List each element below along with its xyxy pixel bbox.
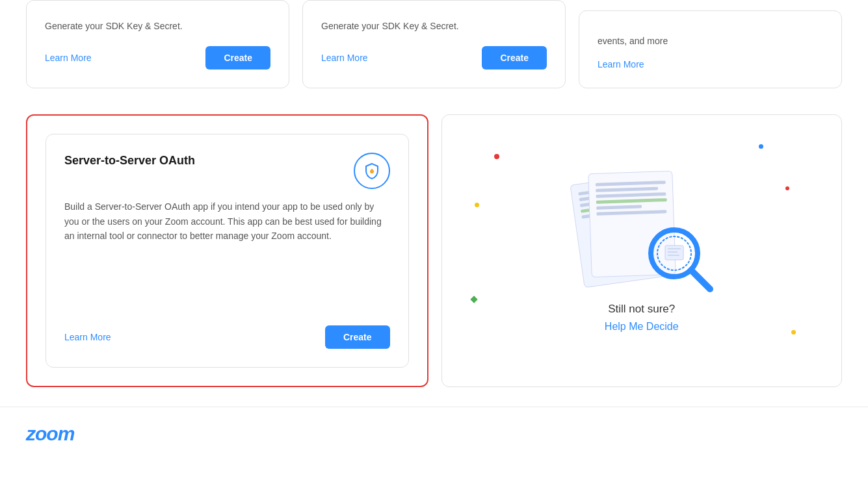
card-top-left: Generate your SDK Key & Secret. Learn Mo… — [26, 0, 289, 88]
bottom-row: Server-to-Server OAuth Build a Server-to… — [0, 101, 868, 387]
card-top-middle: Generate your SDK Key & Secret. Learn Mo… — [302, 0, 566, 88]
learn-more-link-top-middle[interactable]: Learn More — [321, 53, 368, 63]
svg-rect-5 — [665, 246, 683, 260]
card-title: Server-to-Server OAuth — [64, 153, 195, 169]
learn-more-link-main[interactable]: Learn More — [64, 332, 111, 342]
create-button-top-left[interactable]: Create — [205, 46, 270, 70]
sdk-description: Generate your SDK Key & Secret. — [45, 19, 270, 33]
create-button-top-middle[interactable]: Create — [482, 46, 547, 70]
server-to-server-card: Server-to-Server OAuth Build a Server-to… — [26, 114, 428, 387]
shield-icon — [363, 162, 381, 180]
shield-icon-circle — [354, 153, 390, 189]
still-not-sure-text: Still not sure? — [608, 303, 675, 316]
create-button-main[interactable]: Create — [325, 325, 390, 349]
magnifier-icon — [642, 221, 713, 292]
svg-line-4 — [691, 270, 710, 289]
page-container: Generate your SDK Key & Secret. Learn Mo… — [0, 0, 868, 493]
confetti-yellow-1 — [475, 203, 479, 207]
help-me-decide-link[interactable]: Help Me Decide — [605, 321, 679, 333]
illustration — [570, 169, 713, 292]
confetti-green-1 — [470, 296, 477, 303]
zoom-logo: zoom — [26, 423, 74, 445]
card-inner: Server-to-Server OAuth Build a Server-to… — [46, 134, 409, 368]
card-description: Build a Server-to-Server OAuth app if yo… — [64, 199, 390, 299]
svg-point-0 — [370, 170, 374, 173]
help-me-decide-card: Still not sure? Help Me Decide — [441, 114, 843, 387]
confetti-red-2 — [785, 186, 789, 190]
card-top-right: events, and more Learn More — [579, 10, 842, 88]
learn-more-link-top-left[interactable]: Learn More — [45, 53, 92, 63]
sdk-key-description: Generate your SDK Key & Secret. — [321, 19, 547, 33]
learn-more-link-top-right[interactable]: Learn More — [598, 59, 644, 70]
confetti-red-1 — [494, 154, 499, 159]
page-footer: zoom — [0, 407, 868, 461]
confetti-blue-1 — [759, 144, 763, 149]
card-top-right-text: events, and more — [598, 36, 823, 46]
confetti-yellow-2 — [791, 330, 796, 335]
